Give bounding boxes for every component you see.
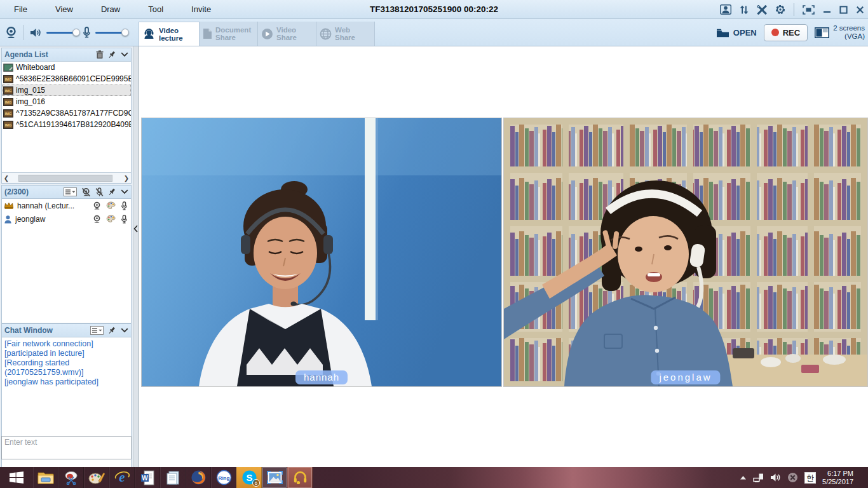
tab-web-share[interactable]: Web Share bbox=[316, 22, 375, 46]
settings-gear-icon[interactable] bbox=[775, 4, 785, 15]
svg-text:W: W bbox=[142, 474, 148, 481]
speaker-volume-slider[interactable] bbox=[46, 32, 78, 34]
chevron-down-icon[interactable] bbox=[121, 328, 128, 333]
ime-language-indicator[interactable]: 한 bbox=[804, 472, 816, 484]
webcam-icon[interactable] bbox=[4, 26, 18, 39]
agenda-horizontal-scrollbar[interactable]: ❮ ❯ bbox=[2, 172, 131, 183]
screens-indicator[interactable]: 2 screens (VGA) bbox=[815, 24, 865, 41]
scroll-right-arrow[interactable]: ❯ bbox=[122, 175, 131, 182]
participant-draw-palette-icon[interactable] bbox=[106, 201, 116, 210]
chevron-down-icon[interactable] bbox=[121, 189, 128, 194]
tray-expand-icon[interactable] bbox=[740, 475, 747, 480]
record-button[interactable]: REC bbox=[764, 24, 808, 41]
taskbar-snipping-tool[interactable] bbox=[58, 467, 84, 488]
sidebar-handle-lane bbox=[133, 46, 138, 467]
participants-header: (2/300) bbox=[2, 186, 131, 199]
mic-volume-knob[interactable] bbox=[121, 29, 129, 36]
trash-icon[interactable] bbox=[96, 50, 104, 59]
titlebar-separator bbox=[794, 3, 794, 16]
taskbar-file-explorer[interactable] bbox=[33, 467, 58, 488]
image-file-icon: IMG bbox=[3, 86, 13, 95]
agenda-item-whiteboard[interactable]: Whiteboard bbox=[2, 62, 131, 73]
chat-input[interactable] bbox=[1, 436, 132, 459]
participant-mic-icon[interactable] bbox=[121, 215, 128, 224]
mic-volume-slider[interactable] bbox=[95, 32, 127, 34]
tools-icon[interactable] bbox=[757, 5, 767, 15]
whiteboard-icon bbox=[3, 64, 13, 72]
taskbar-ring-app[interactable]: Ring bbox=[211, 467, 236, 488]
scroll-track[interactable] bbox=[11, 175, 122, 182]
video-name-tag: hannah bbox=[295, 370, 348, 384]
agenda-item-file[interactable]: IMG ^5836E2E386B66091CEDE9995E bbox=[2, 73, 131, 85]
volume-icon[interactable] bbox=[770, 473, 781, 482]
taskbar-clock[interactable]: 6:17 PM 5/25/2017 bbox=[822, 470, 853, 486]
taskbar-internet-explorer[interactable]: e bbox=[109, 467, 135, 488]
agenda-item-file[interactable]: IMG img_015 bbox=[2, 85, 131, 96]
speaker-volume-knob[interactable] bbox=[72, 29, 80, 36]
fullscreen-icon[interactable] bbox=[803, 5, 815, 15]
tab-document-share[interactable]: Document Share bbox=[200, 22, 258, 46]
speaker-icon[interactable] bbox=[30, 27, 42, 38]
participant-mic-icon[interactable] bbox=[121, 201, 128, 210]
sort-updown-icon[interactable] bbox=[740, 5, 749, 15]
video-feed-hannah[interactable]: hannah bbox=[141, 118, 502, 387]
list-menu-icon[interactable] bbox=[90, 326, 104, 335]
network-icon[interactable] bbox=[753, 473, 764, 482]
scroll-left-arrow[interactable]: ❮ bbox=[2, 175, 11, 182]
minimize-icon[interactable] bbox=[823, 6, 831, 14]
webcam-off-icon[interactable] bbox=[81, 187, 91, 197]
agenda-item-file[interactable]: IMG img_016 bbox=[2, 96, 131, 107]
participant-webcam-icon[interactable] bbox=[93, 201, 101, 210]
tab-video-share[interactable]: Video Share bbox=[258, 22, 316, 46]
participant-row-lecturer[interactable]: hannah (Lectur... bbox=[2, 199, 131, 212]
chat-header: Chat Window bbox=[2, 324, 131, 337]
list-menu-icon[interactable] bbox=[64, 187, 77, 196]
taskbar-firefox[interactable] bbox=[186, 467, 211, 488]
chevron-down-icon[interactable] bbox=[121, 52, 128, 57]
pin-icon[interactable] bbox=[108, 51, 116, 59]
tab-video-lecture[interactable]: Video lecture bbox=[139, 22, 200, 46]
mic-off-icon[interactable] bbox=[95, 187, 104, 197]
tab-label: Document Share bbox=[215, 26, 254, 41]
menu-invite[interactable]: Invite bbox=[177, 4, 225, 14]
agenda-title: Agenda List bbox=[4, 50, 92, 59]
mic-icon[interactable] bbox=[83, 27, 91, 39]
scroll-thumb[interactable] bbox=[18, 175, 112, 182]
svg-text:IMG: IMG bbox=[5, 89, 12, 93]
taskbar-paint[interactable] bbox=[84, 467, 109, 488]
chat-title: Chat Window bbox=[4, 326, 86, 335]
taskbar-photo-viewer[interactable] bbox=[262, 467, 287, 488]
menu-view[interactable]: View bbox=[41, 4, 87, 14]
pin-icon[interactable] bbox=[108, 327, 116, 335]
chat-message: [jeonglaw has participated] bbox=[4, 377, 128, 387]
menu-draw[interactable]: Draw bbox=[87, 4, 134, 14]
agenda-header: Agenda List bbox=[2, 48, 131, 62]
agenda-item-label: Whiteboard bbox=[16, 63, 55, 72]
taskbar-word[interactable]: W bbox=[135, 467, 160, 488]
taskbar-notepad[interactable] bbox=[160, 467, 186, 488]
user-icon bbox=[4, 215, 12, 224]
crown-icon bbox=[4, 201, 14, 210]
participant-webcam-icon[interactable] bbox=[93, 215, 101, 224]
sidebar-collapse-handle[interactable] bbox=[132, 222, 139, 236]
profile-icon[interactable] bbox=[720, 4, 731, 15]
agenda-item-file[interactable]: IMG ^71352A9C38A51787A177FCD9C bbox=[2, 107, 131, 119]
participant-draw-palette-icon[interactable] bbox=[106, 215, 116, 224]
start-button[interactable] bbox=[0, 467, 33, 488]
taskbar-skype[interactable]: S 6 bbox=[236, 467, 262, 488]
taskbar-lecture-app[interactable] bbox=[287, 467, 313, 488]
menu-tool[interactable]: Tool bbox=[134, 4, 177, 14]
muted-status-icon[interactable] bbox=[787, 472, 798, 483]
participant-row-attendee[interactable]: jeonglaw bbox=[2, 212, 131, 226]
pin-icon[interactable] bbox=[108, 188, 116, 196]
menu-file[interactable]: File bbox=[0, 4, 41, 14]
video-feed-jeonglaw[interactable]: jeonglaw bbox=[503, 118, 868, 387]
video-name-tag: jeonglaw bbox=[651, 370, 720, 384]
open-button[interactable]: OPEN bbox=[716, 28, 757, 37]
agenda-item-file[interactable]: IMG ^51CA1191394617B812920B409E bbox=[2, 119, 131, 130]
close-icon[interactable] bbox=[856, 6, 864, 14]
toolbar-right: OPEN REC 2 screens (VGA) bbox=[716, 19, 865, 46]
maximize-icon[interactable] bbox=[839, 6, 848, 14]
svg-text:Ring: Ring bbox=[218, 475, 229, 481]
image-file-icon: IMG bbox=[3, 75, 13, 83]
